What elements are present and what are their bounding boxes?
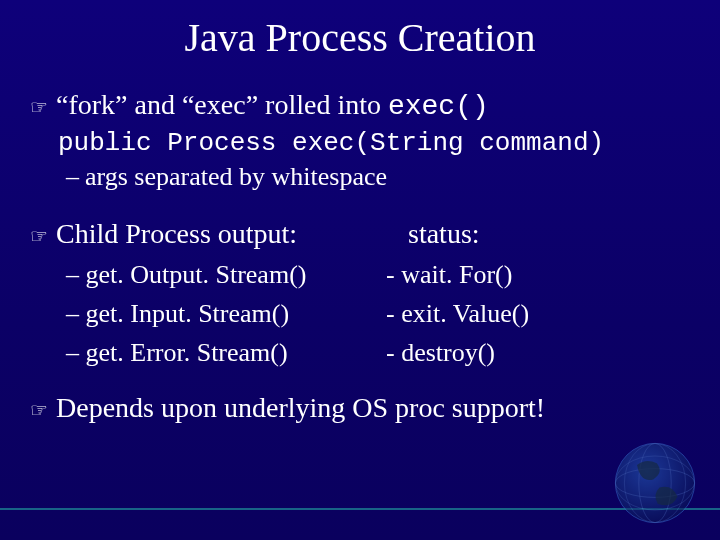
list-item: – get. Error. Stream() xyxy=(66,333,386,372)
globe-icon xyxy=(610,438,700,528)
bullet-depends: ☞ Depends upon underlying OS proc suppor… xyxy=(30,390,690,425)
bullet-text-pre: “fork” and “exec” rolled into xyxy=(56,89,388,120)
slide: Java Process Creation ☞ “fork” and “exec… xyxy=(0,0,720,540)
svg-point-4 xyxy=(624,443,685,522)
sub-bullet-args: – args separated by whitespace xyxy=(66,160,690,194)
label-status: status: xyxy=(408,216,480,251)
two-column-list: – get. Output. Stream() – get. Input. St… xyxy=(66,255,690,372)
code-line-exec-signature: public Process exec(String command) xyxy=(58,128,690,158)
bullet-child-process: ☞ Child Process output: status: xyxy=(30,216,690,251)
footer-divider xyxy=(0,508,720,510)
bullet-text: “fork” and “exec” rolled into exec() xyxy=(56,87,489,124)
label-output: Child Process output: xyxy=(56,216,408,251)
svg-point-3 xyxy=(639,443,671,522)
list-item: - exit. Value() xyxy=(386,294,646,333)
svg-point-0 xyxy=(615,443,694,522)
slide-title: Java Process Creation xyxy=(0,0,720,67)
pointer-icon: ☞ xyxy=(30,95,48,120)
inline-code-exec: exec() xyxy=(388,91,489,122)
pointer-icon: ☞ xyxy=(30,398,48,423)
column-status: - wait. For() - exit. Value() - destroy(… xyxy=(386,255,646,372)
dash-mark: – xyxy=(66,160,79,194)
svg-point-2 xyxy=(615,456,694,510)
column-output: – get. Output. Stream() – get. Input. St… xyxy=(66,255,386,372)
list-item: - wait. For() xyxy=(386,255,646,294)
list-item: - destroy() xyxy=(386,333,646,372)
svg-point-1 xyxy=(615,469,694,498)
list-item: – get. Output. Stream() xyxy=(66,255,386,294)
list-item: – get. Input. Stream() xyxy=(66,294,386,333)
bullet-text: Depends upon underlying OS proc support! xyxy=(56,390,545,425)
sub-bullet-text: args separated by whitespace xyxy=(85,160,387,194)
pointer-icon: ☞ xyxy=(30,224,48,249)
slide-content: ☞ “fork” and “exec” rolled into exec() p… xyxy=(0,67,720,425)
bullet-fork-exec: ☞ “fork” and “exec” rolled into exec() xyxy=(30,87,690,124)
